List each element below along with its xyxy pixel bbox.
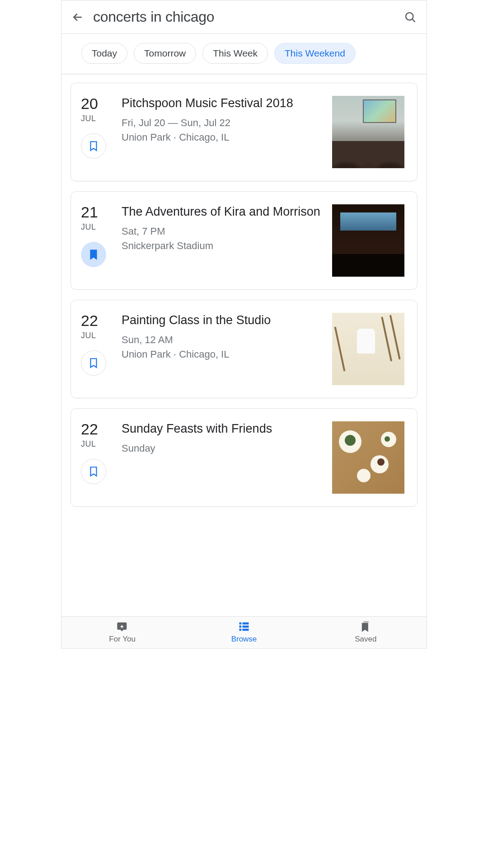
bookmark-button[interactable] [81,242,106,267]
event-date: 20JUL [81,96,113,168]
event-time: Sunday [122,441,324,456]
svg-point-0 [406,13,413,20]
event-title: Pitchspoon Music Festival 2018 [122,96,324,111]
bottom-nav: For YouBrowseSaved [61,616,427,648]
nav-saved[interactable]: Saved [305,620,427,644]
event-info: Pitchspoon Music Festival 2018Fri, Jul 2… [122,96,324,168]
event-day: 22 [81,421,98,437]
filter-bar: TodayTomorrowThis WeekThis Weekend [61,34,427,75]
event-venue: Union Park · Chicago, IL [122,347,324,362]
event-info: Sunday Feasts with FriendsSunday [122,421,324,494]
nav-label: Saved [355,635,376,644]
event-day: 22 [81,313,98,328]
bookmark-icon [88,249,99,260]
search-button[interactable] [403,10,418,24]
event-card[interactable]: 22JULPainting Class in the StudioSun, 12… [70,300,418,398]
svg-rect-3 [239,626,241,628]
event-title: Painting Class in the Studio [122,313,324,328]
list-icon [238,620,250,633]
search-icon [404,11,417,24]
bookmark-icon [88,357,99,369]
events-list: 20JULPitchspoon Music Festival 2018Fri, … [61,75,427,507]
event-month: JUL [81,222,96,232]
event-month: JUL [81,331,96,340]
event-date: 22JUL [81,421,113,494]
event-card[interactable]: 21JULThe Adventures of Kira and Morrison… [70,191,418,290]
event-time: Fri, Jul 20 — Sun, Jul 22 [122,116,324,130]
nav-label: Browse [231,635,257,644]
bookmark-stack-icon [359,620,372,633]
event-day: 21 [81,204,98,220]
back-button[interactable] [70,10,85,24]
sparkle-chat-icon [116,620,129,633]
event-card[interactable]: 22JULSunday Feasts with FriendsSunday [70,408,418,507]
event-info: The Adventures of Kira and MorrisonSat, … [122,204,324,277]
event-title: Sunday Feasts with Friends [122,421,324,437]
bookmark-icon [88,140,99,152]
svg-rect-5 [239,629,241,631]
filter-chip-this-week[interactable]: This Week [202,43,268,64]
event-thumbnail [332,96,404,168]
nav-label: For You [109,635,136,644]
filter-chip-today[interactable]: Today [81,43,127,64]
svg-rect-6 [242,629,249,631]
event-month: JUL [81,439,96,449]
bookmark-button[interactable] [81,133,106,159]
event-venue: Union Park · Chicago, IL [122,130,324,145]
filter-chip-tomorrow[interactable]: Tomorrow [134,43,196,64]
svg-rect-2 [242,623,249,625]
svg-rect-1 [239,623,241,625]
nav-for-you[interactable]: For You [61,620,183,644]
event-venue: Snickerpark Stadium [122,239,324,253]
event-title: The Adventures of Kira and Morrison [122,204,324,220]
event-thumbnail [332,204,404,277]
event-card[interactable]: 20JULPitchspoon Music Festival 2018Fri, … [70,83,418,181]
event-day: 20 [81,96,98,111]
bookmark-button[interactable] [81,459,106,484]
filter-chip-this-weekend[interactable]: This Weekend [274,43,356,64]
bookmark-icon [88,466,99,477]
nav-browse[interactable]: Browse [183,620,305,644]
arrow-left-icon [71,10,84,24]
event-info: Painting Class in the StudioSun, 12 AMUn… [122,313,324,385]
event-date: 21JUL [81,204,113,277]
event-time: Sun, 12 AM [122,333,324,347]
event-date: 22JUL [81,313,113,385]
search-header: concerts in chicago [61,0,427,34]
bookmark-button[interactable] [81,350,106,376]
event-thumbnail [332,313,404,385]
event-time: Sat, 7 PM [122,224,324,239]
event-month: JUL [81,114,96,123]
svg-rect-4 [242,626,249,628]
search-query[interactable]: concerts in chicago [93,9,395,25]
event-thumbnail [332,421,404,494]
